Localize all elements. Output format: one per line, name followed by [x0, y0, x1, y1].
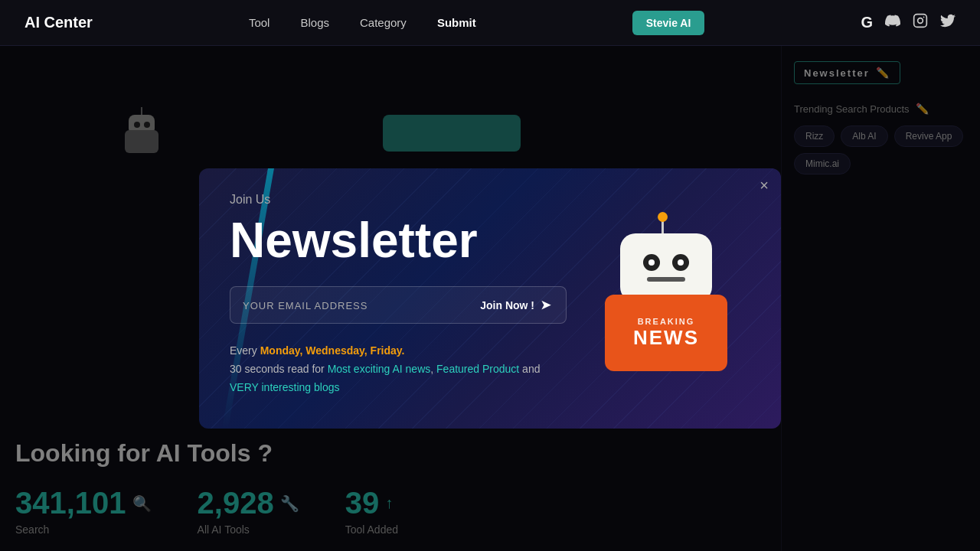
modal-description: Every Monday, Wednesday, Friday. 30 seco… [230, 342, 567, 396]
nav-tool[interactable]: Tool [249, 16, 270, 29]
modal-title: Newsletter [230, 216, 567, 265]
robot-illustration: BREAKING NEWS [597, 218, 735, 371]
logo: AI Center [24, 14, 93, 31]
highlight-2: Featured Product [436, 363, 519, 375]
modal-right: BREAKING NEWS [582, 193, 750, 396]
nav-blogs[interactable]: Blogs [300, 16, 329, 29]
modal-content: Join Us Newsletter Join Now ! ➤ Every Mo… [230, 193, 750, 396]
google-icon[interactable]: G [861, 14, 873, 31]
nav-category[interactable]: Category [360, 16, 407, 29]
days-highlight: Monday, Wednesday, Friday. [260, 344, 405, 357]
discord-icon[interactable] [885, 13, 900, 32]
robot-left-eye [643, 254, 660, 271]
social-icons: G [861, 13, 956, 32]
twitter-icon[interactable] [940, 13, 956, 32]
breaking-text: BREAKING [638, 317, 695, 326]
highlight-3: VERY interesting blogs [230, 381, 339, 393]
email-form: Join Now ! ➤ [230, 286, 567, 324]
send-icon: ➤ [541, 298, 550, 312]
news-text: NEWS [633, 326, 699, 350]
join-now-button[interactable]: Join Now ! ➤ [465, 287, 566, 323]
nav-links: Tool Blogs Category Submit [249, 16, 476, 29]
email-input[interactable] [230, 289, 465, 322]
robot-mouth [647, 277, 685, 282]
svg-rect-0 [914, 15, 927, 28]
robot-head [620, 233, 712, 302]
modal-close-button[interactable]: × [760, 178, 769, 193]
instagram-icon[interactable] [913, 13, 928, 32]
join-us-label: Join Us [230, 193, 567, 207]
newsletter-modal: × Join Us Newsletter Join Now ! ➤ Every … [199, 168, 781, 429]
svg-point-1 [918, 18, 923, 24]
svg-point-2 [923, 17, 925, 18]
highlight-1: Most exciting AI news [328, 363, 431, 375]
robot-body: BREAKING NEWS [605, 295, 727, 371]
robot-eyes [643, 254, 689, 271]
main-area: Looking for AI Tools ? 341,101 🔍 Search … [0, 46, 980, 551]
nav-submit[interactable]: Submit [437, 16, 476, 29]
stevie-ai-button[interactable]: Stevie AI [632, 11, 705, 35]
modal-overlay: × Join Us Newsletter Join Now ! ➤ Every … [0, 46, 980, 551]
navbar: AI Center Tool Blogs Category Submit Ste… [0, 0, 980, 46]
modal-left: Join Us Newsletter Join Now ! ➤ Every Mo… [230, 193, 582, 396]
robot-right-eye [672, 254, 689, 271]
